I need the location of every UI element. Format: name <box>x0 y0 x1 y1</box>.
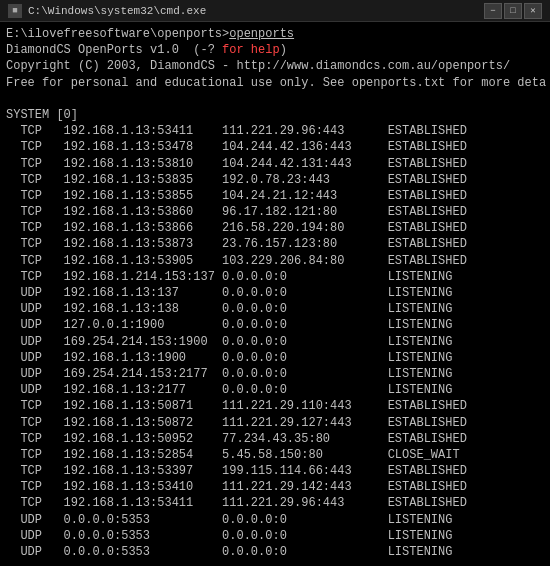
line-13: TCP 192.168.1.13:53905 103.229.206.84:80… <box>6 253 544 269</box>
minimize-button[interactable]: − <box>484 3 502 19</box>
title-bar: ■ C:\Windows\system32\cmd.exe − □ ✕ <box>0 0 550 22</box>
line-14: TCP 192.168.1.214.153:137 0.0.0.0:0 LIST… <box>6 269 544 285</box>
line-9: TCP 192.168.1.13:53855 104.24.21.12:443 … <box>6 188 544 204</box>
line-system: SYSTEM [0] <box>6 107 544 123</box>
line-26: TCP 192.168.1.13:53397 199.115.114.66:44… <box>6 463 544 479</box>
line-21: UDP 192.168.1.13:2177 0.0.0.0:0 LISTENIN… <box>6 382 544 398</box>
line-22: TCP 192.168.1.13:50871 111.221.29.110:44… <box>6 398 544 414</box>
line-2: Copyright (C) 2003, DiamondCS - http://w… <box>6 58 544 74</box>
line-3: Free for personal and educational use on… <box>6 75 544 91</box>
line-16: UDP 192.168.1.13:138 0.0.0.0:0 LISTENING <box>6 301 544 317</box>
terminal-output: E:\ilovefreesoftware\openports>openports… <box>0 22 550 566</box>
line-0: E:\ilovefreesoftware\openports>openports <box>6 26 544 42</box>
line-28: TCP 192.168.1.13:53411 111.221.29.96:443… <box>6 495 544 511</box>
command-text: openports <box>229 27 294 41</box>
educational-text: educational <box>164 76 243 90</box>
line-27: TCP 192.168.1.13:53410 111.221.29.142:44… <box>6 479 544 495</box>
line-blank2 <box>6 560 544 566</box>
line-30: UDP 0.0.0.0:5353 0.0.0.0:0 LISTENING <box>6 528 544 544</box>
help-text: for help <box>222 43 280 57</box>
line-29: UDP 0.0.0.0:5353 0.0.0.0:0 LISTENING <box>6 512 544 528</box>
line-1: DiamondCS OpenPorts v1.0 (-? for help) <box>6 42 544 58</box>
line-20: UDP 169.254.214.153:2177 0.0.0.0:0 LISTE… <box>6 366 544 382</box>
line-11: TCP 192.168.1.13:53866 216.58.220.194:80… <box>6 220 544 236</box>
title-bar-left: ■ C:\Windows\system32\cmd.exe <box>8 4 206 18</box>
prompt-text: E:\ilovefreesoftware\openports> <box>6 27 229 41</box>
line-25: TCP 192.168.1.13:52854 5.45.58.150:80 CL… <box>6 447 544 463</box>
line-18: UDP 169.254.214.153:1900 0.0.0.0:0 LISTE… <box>6 334 544 350</box>
line-15: UDP 192.168.1.13:137 0.0.0.0:0 LISTENING <box>6 285 544 301</box>
window-title: C:\Windows\system32\cmd.exe <box>28 5 206 17</box>
line-19: UDP 192.168.1.13:1900 0.0.0.0:0 LISTENIN… <box>6 350 544 366</box>
line-6: TCP 192.168.1.13:53478 104.244.42.136:44… <box>6 139 544 155</box>
line-31: UDP 0.0.0.0:5353 0.0.0.0:0 LISTENING <box>6 544 544 560</box>
line-10: TCP 192.168.1.13:53860 96.17.182.121:80 … <box>6 204 544 220</box>
line-23: TCP 192.168.1.13:50872 111.221.29.127:44… <box>6 415 544 431</box>
maximize-button[interactable]: □ <box>504 3 522 19</box>
window-controls: − □ ✕ <box>484 3 542 19</box>
line-12: TCP 192.168.1.13:53873 23.76.157.123:80 … <box>6 236 544 252</box>
line-8: TCP 192.168.1.13:53835 192.0.78.23:443 E… <box>6 172 544 188</box>
line-17: UDP 127.0.0.1:1900 0.0.0.0:0 LISTENING <box>6 317 544 333</box>
line-blank1 <box>6 91 544 107</box>
line-5: TCP 192.168.1.13:53411 111.221.29.96:443… <box>6 123 544 139</box>
cmd-icon: ■ <box>8 4 22 18</box>
line-7: TCP 192.168.1.13:53810 104.244.42.131:44… <box>6 156 544 172</box>
line-24: TCP 192.168.1.13:50952 77.234.43.35:80 E… <box>6 431 544 447</box>
close-button[interactable]: ✕ <box>524 3 542 19</box>
